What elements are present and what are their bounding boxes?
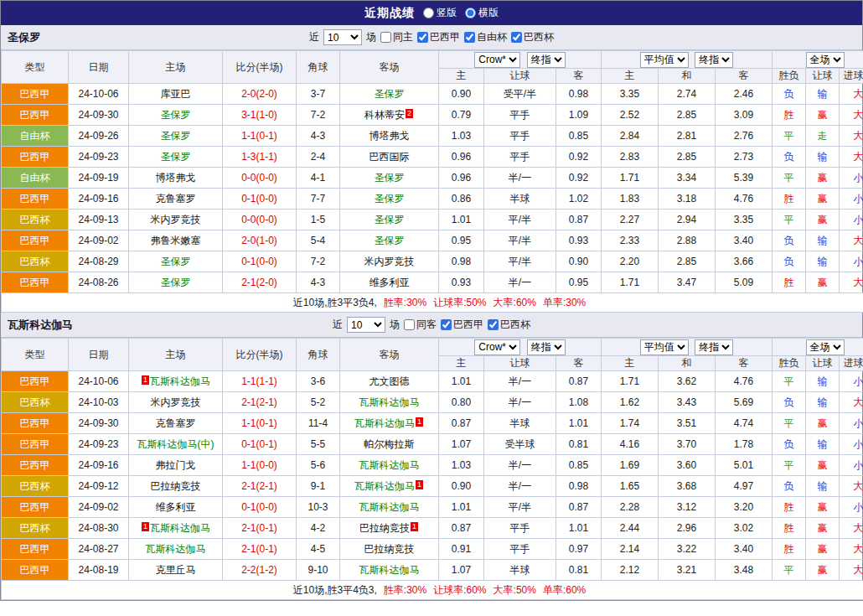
league-filter-libertadores[interactable]: 自由杯 — [464, 30, 507, 44]
match-date: 24-09-30 — [69, 413, 129, 434]
layout-vertical-option[interactable]: 竖版 — [423, 6, 457, 20]
home-team-link[interactable]: 圣保罗 — [161, 151, 191, 163]
home-team-link[interactable]: 维多利亚 — [156, 501, 196, 513]
same-venue-option[interactable]: 同客 — [404, 318, 437, 332]
odds-source-select[interactable]: Crow* — [474, 52, 520, 68]
home-team-link[interactable]: 米内罗竞技 — [151, 214, 201, 225]
league-filter-copa-brasil[interactable]: 巴西杯 — [511, 30, 554, 44]
recent-count-select[interactable]: 10 — [347, 317, 385, 333]
avg-source-select[interactable]: 平均值 — [640, 52, 689, 68]
score-link[interactable]: 3-1(1-0) — [241, 109, 277, 121]
avg-stage-select[interactable]: 终指 — [695, 339, 733, 355]
home-team-link[interactable]: 瓦斯科达伽马 — [150, 522, 210, 534]
away-team-link[interactable]: 巴西国际 — [369, 151, 410, 163]
league-checkbox[interactable] — [464, 32, 475, 43]
score-link[interactable]: 1-1(0-0) — [241, 459, 277, 471]
score-link[interactable]: 2-0(2-0) — [241, 88, 277, 100]
score-link[interactable]: 0-1(0-0) — [241, 501, 277, 513]
away-team-link[interactable]: 圣保罗 — [375, 214, 405, 225]
odds-stage-select[interactable]: 终指 — [527, 339, 566, 355]
league-filter-serie-a[interactable]: 巴西甲 — [417, 30, 460, 44]
away-team-link[interactable]: 维多利亚 — [369, 277, 410, 288]
home-team-link[interactable]: 库亚巴 — [161, 88, 191, 100]
away-team-link[interactable]: 帕尔梅拉斯 — [364, 438, 415, 450]
league-checkbox[interactable] — [511, 32, 522, 43]
away-team-link[interactable]: 米内罗竞技 — [364, 256, 415, 267]
layout-horizontal-radio[interactable] — [465, 8, 476, 18]
league-filter-copa-brasil[interactable]: 巴西杯 — [488, 318, 530, 332]
home-team-link[interactable]: 圣保罗 — [161, 256, 191, 267]
home-team-link[interactable]: 瓦斯科达伽马 — [150, 375, 210, 387]
away-team-link[interactable]: 瓦斯科达伽马 — [354, 480, 415, 492]
same-venue-checkbox[interactable] — [380, 32, 391, 43]
away-team-cell: 巴拉纳竞技1 — [340, 518, 439, 539]
away-team-link[interactable]: 尤文图德 — [369, 375, 410, 387]
league-checkbox[interactable] — [417, 32, 428, 43]
away-team-link[interactable]: 科林蒂安 — [364, 109, 405, 121]
score-link[interactable]: 0-0(0-0) — [241, 172, 277, 184]
away-team-link[interactable]: 圣保罗 — [375, 235, 405, 246]
odds-away: 0.93 — [556, 230, 602, 251]
away-team-link[interactable]: 圣保罗 — [375, 193, 405, 204]
scope-select[interactable]: 全场 — [806, 52, 845, 68]
away-team-link[interactable]: 瓦斯科达伽马 — [354, 417, 415, 429]
away-team-link[interactable]: 博塔弗戈 — [369, 130, 410, 142]
away-team-link[interactable]: 圣保罗 — [375, 172, 405, 184]
home-team-link[interactable]: 克里丘马 — [156, 564, 196, 576]
score-link[interactable]: 2-1(0-1) — [241, 543, 277, 555]
odds-stage-select[interactable]: 终指 — [527, 52, 566, 68]
away-team-link[interactable]: 瓦斯科达伽马 — [359, 459, 420, 471]
layout-horizontal-option[interactable]: 横版 — [465, 6, 499, 20]
home-team-link[interactable]: 圣保罗 — [161, 109, 191, 121]
avg-stage-select[interactable]: 终指 — [695, 52, 733, 68]
home-team-link[interactable]: 米内罗竞技 — [151, 396, 201, 408]
away-team-cell: 维多利亚 — [340, 272, 439, 293]
league-checkbox[interactable] — [441, 319, 452, 330]
home-team-link[interactable]: 弗拉门戈 — [156, 459, 196, 471]
home-team-link[interactable]: 圣保罗 — [161, 277, 191, 288]
league-filter-serie-a[interactable]: 巴西甲 — [441, 318, 483, 332]
score-link[interactable]: 2-2(1-2) — [241, 564, 277, 576]
score-link[interactable]: 1-1(1-1) — [241, 375, 277, 387]
home-team-link[interactable]: 博塔弗戈 — [156, 172, 196, 184]
away-team-link[interactable]: 瓦斯科达伽马 — [359, 501, 420, 513]
home-team-link[interactable]: 克鲁塞罗 — [156, 193, 196, 204]
home-team-link[interactable]: 巴拉纳竞技 — [151, 480, 201, 492]
score-link[interactable]: 2-1(0-1) — [241, 522, 277, 534]
odds-away: 1.08 — [556, 392, 602, 413]
scope-select[interactable]: 全场 — [806, 339, 845, 355]
score-link[interactable]: 0-0(0-0) — [241, 214, 277, 225]
same-venue-option[interactable]: 同主 — [380, 30, 413, 44]
away-team-link[interactable]: 巴拉纳竞技 — [364, 543, 415, 555]
recent-count-select[interactable]: 10 — [323, 29, 362, 45]
layout-vertical-radio[interactable] — [423, 8, 434, 18]
home-team-link[interactable]: 瓦斯科达伽马(中) — [137, 438, 214, 450]
odds-home: 0.90 — [439, 84, 484, 105]
odds-home: 1.07 — [439, 560, 484, 581]
score-link[interactable]: 0-1(0-0) — [241, 256, 277, 267]
score-link[interactable]: 2-1(2-1) — [241, 396, 277, 408]
home-team-cell: 圣保罗 — [129, 147, 223, 168]
home-team-link[interactable]: 瓦斯科达伽马 — [146, 543, 206, 555]
away-team-link[interactable]: 瓦斯科达伽马 — [359, 564, 420, 576]
league-checkbox[interactable] — [488, 319, 499, 330]
odds-source-select[interactable]: Crow* — [474, 339, 520, 355]
score-link[interactable]: 0-1(0-0) — [241, 193, 277, 204]
home-team-link[interactable]: 圣保罗 — [161, 130, 191, 142]
home-team-link[interactable]: 克鲁塞罗 — [156, 417, 196, 429]
score-link[interactable]: 0-1(0-1) — [241, 438, 277, 450]
avg-source-select[interactable]: 平均值 — [640, 339, 689, 355]
score-link[interactable]: 1-1(0-1) — [241, 417, 277, 429]
score-link[interactable]: 2-0(1-0) — [241, 235, 277, 246]
summary-stat: 胜率:30% — [384, 584, 426, 596]
summary-row: 近10场,胜3平4负3,胜率:30%让球率:60%大率:50%单率:60% — [2, 581, 863, 600]
home-team-link[interactable]: 弗鲁米嫩塞 — [151, 235, 201, 246]
score-link[interactable]: 2-1(2-0) — [241, 277, 277, 288]
away-team-link[interactable]: 圣保罗 — [375, 88, 405, 100]
away-team-link[interactable]: 巴拉纳竞技 — [359, 522, 410, 534]
score-link[interactable]: 1-3(1-1) — [241, 151, 277, 163]
score-link[interactable]: 2-1(2-1) — [241, 480, 277, 492]
same-venue-checkbox[interactable] — [404, 319, 415, 330]
score-link[interactable]: 1-1(0-1) — [241, 130, 277, 142]
away-team-link[interactable]: 瓦斯科达伽马 — [359, 396, 420, 408]
